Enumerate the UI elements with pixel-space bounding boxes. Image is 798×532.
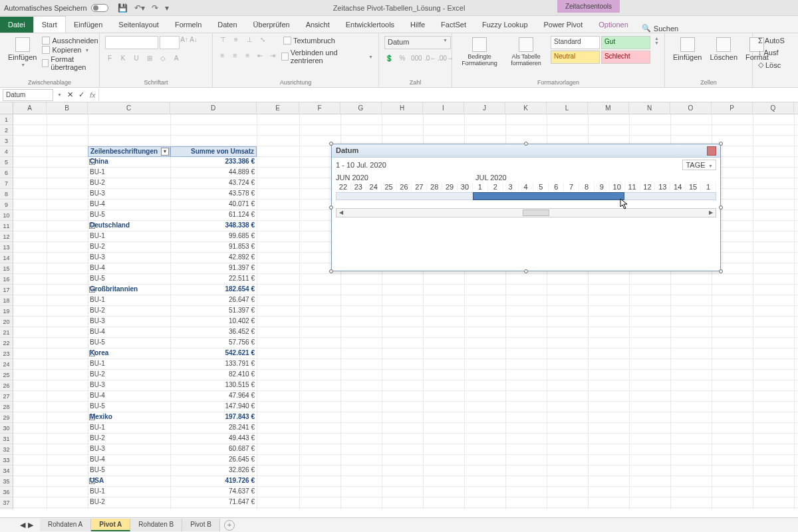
resize-handle-s[interactable] (524, 269, 528, 273)
tab-power pivot[interactable]: Power Pivot (536, 17, 591, 33)
pivot-item[interactable]: BU-2 (88, 497, 170, 508)
clear-button[interactable]: ◇Lösc (758, 60, 781, 70)
fx-icon[interactable]: fx (90, 91, 96, 99)
col-header[interactable]: F (299, 102, 340, 114)
pivot-row-header[interactable]: Zeilenbeschriftungen (88, 146, 170, 157)
col-header[interactable]: Q (753, 102, 794, 114)
col-header[interactable]: I (423, 102, 464, 114)
select-all-corner[interactable] (0, 102, 13, 114)
pivot-group[interactable]: China (88, 157, 170, 168)
resize-handle-e[interactable] (719, 205, 723, 209)
delete-cells-button[interactable]: Löschen (707, 36, 740, 63)
col-header[interactable]: P (712, 102, 753, 114)
resize-handle-n[interactable] (524, 142, 528, 146)
font-color-button[interactable]: A (172, 55, 181, 64)
decimal-dec-icon[interactable]: .00→ (438, 55, 447, 64)
col-header[interactable]: H (382, 102, 423, 114)
row-header[interactable]: 26 (0, 380, 13, 391)
cancel-formula-icon[interactable]: ✕ (67, 90, 73, 99)
row-header[interactable]: 11 (0, 221, 13, 231)
pivot-value[interactable]: 42.892 € (170, 253, 257, 263)
pivot-item[interactable]: BU-1 (88, 359, 170, 370)
pivot-item[interactable]: BU-1 (88, 423, 170, 434)
sheet-tab[interactable]: Pivot B (182, 519, 220, 531)
pivot-value[interactable]: 147.940 € (170, 402, 257, 412)
resize-handle-ne[interactable] (719, 142, 723, 146)
pivot-group-total[interactable]: 233.386 € (170, 157, 257, 168)
timeline-day[interactable]: 22 (336, 183, 351, 191)
style-good[interactable]: Gut (601, 36, 650, 49)
col-header[interactable]: C (88, 102, 170, 114)
tab-optionen[interactable]: Optionen (591, 17, 636, 33)
format-painter-button[interactable]: Format übertragen (42, 55, 98, 72)
sheet-prev-icon[interactable]: ◀ (20, 521, 25, 529)
tab-einfügen[interactable]: Einfügen (66, 17, 110, 33)
bold-button[interactable]: F (105, 55, 114, 64)
pivot-item[interactable]: BU-1 (88, 231, 170, 242)
resize-handle-nw[interactable] (329, 142, 333, 146)
undo-icon[interactable]: ↶▾ (134, 3, 145, 13)
pivot-item[interactable]: BU-5 (88, 274, 170, 285)
tab-daten[interactable]: Daten (209, 17, 245, 33)
row-header[interactable]: 29 (0, 412, 13, 423)
pivot-item[interactable]: BU-1 (88, 295, 170, 306)
style-bad[interactable]: Schlecht (601, 51, 650, 64)
row-header[interactable]: 30 (0, 423, 13, 434)
timeline-day[interactable]: 24 (366, 183, 382, 191)
pivot-item[interactable]: BU-3 (88, 444, 170, 455)
pivot-value[interactable]: 82.410 € (170, 370, 257, 380)
scroll-left-icon[interactable]: ◀ (338, 209, 344, 216)
row-header[interactable]: 18 (0, 295, 13, 306)
format-as-table-button[interactable]: Als Tabelle formatieren (504, 36, 548, 68)
pivot-value[interactable]: 61.124 € (170, 210, 257, 221)
conditional-formatting-button[interactable]: Bedingte Formatierung (458, 36, 501, 68)
tab-factset[interactable]: FactSet (433, 17, 474, 33)
pivot-item[interactable]: BU-3 (88, 508, 170, 509)
col-header[interactable]: G (340, 102, 382, 114)
align-middle-icon[interactable]: ≡ (231, 36, 241, 45)
pivot-value[interactable]: 130.515 € (170, 380, 257, 391)
row-header[interactable]: 31 (0, 434, 13, 444)
save-icon[interactable]: 💾 (118, 3, 128, 13)
tab-formeln[interactable]: Formeln (167, 17, 209, 33)
pivot-item[interactable]: BU-5 (88, 210, 170, 221)
pivot-item[interactable]: BU-4 (88, 391, 170, 402)
pivot-item[interactable]: BU-2 (88, 434, 170, 444)
row-header[interactable]: 12 (0, 231, 13, 242)
pivot-value-header[interactable]: Summe von Umsatz (170, 146, 257, 157)
row-header[interactable]: 28 (0, 402, 13, 412)
timeline-day[interactable]: 30 (458, 183, 473, 191)
timeline-track[interactable] (336, 192, 716, 200)
pivot-item[interactable]: BU-4 (88, 200, 170, 210)
indent-decrease-icon[interactable]: ⇤ (256, 52, 265, 61)
new-sheet-button[interactable]: + (224, 520, 235, 531)
row-headers[interactable]: 1234567891011121314151617181920212223242… (0, 114, 13, 509)
row-header[interactable]: 21 (0, 327, 13, 338)
row-header[interactable]: 1 (0, 114, 13, 125)
tab-hilfe[interactable]: Hilfe (402, 17, 433, 33)
timeline-day[interactable]: 15 (686, 183, 701, 191)
timeline-day[interactable]: 14 (670, 183, 686, 191)
style-neutral[interactable]: Neutral (551, 51, 600, 64)
merge-button[interactable]: Verbinden und zentrieren▼ (281, 48, 373, 65)
tab-file[interactable]: Datei (0, 17, 33, 33)
timeline-day[interactable]: 8 (579, 183, 595, 191)
pivot-item[interactable]: BU-3 (88, 317, 170, 327)
pivot-item[interactable]: BU-1 (88, 487, 170, 497)
timeline-slicer[interactable]: Datum 1 - 10 Jul. 2020 TAGE ▼ JUN 2020JU… (331, 144, 721, 271)
pivot-item[interactable]: BU-3 (88, 380, 170, 391)
wrap-text-button[interactable]: Textumbruch (283, 36, 335, 45)
timeline-day[interactable]: 11 (625, 183, 640, 191)
row-header[interactable]: 2 (0, 125, 13, 136)
pivot-value[interactable]: 99.685 € (170, 231, 257, 242)
pivot-value[interactable]: 47.964 € (170, 391, 257, 402)
column-headers[interactable]: ABCDEFGHIJKLMNOPQ (13, 102, 798, 114)
style-standard[interactable]: Standard (551, 36, 600, 49)
timeline-day[interactable]: 10 (610, 183, 625, 191)
pivot-item[interactable]: BU-5 (88, 466, 170, 476)
row-header[interactable]: 25 (0, 370, 13, 380)
namebox-dropdown-icon[interactable]: ▼ (57, 92, 62, 97)
timeline-level-select[interactable]: TAGE ▼ (682, 160, 716, 170)
row-header[interactable]: 19 (0, 306, 13, 317)
pivot-value[interactable]: 91.853 € (170, 242, 257, 253)
